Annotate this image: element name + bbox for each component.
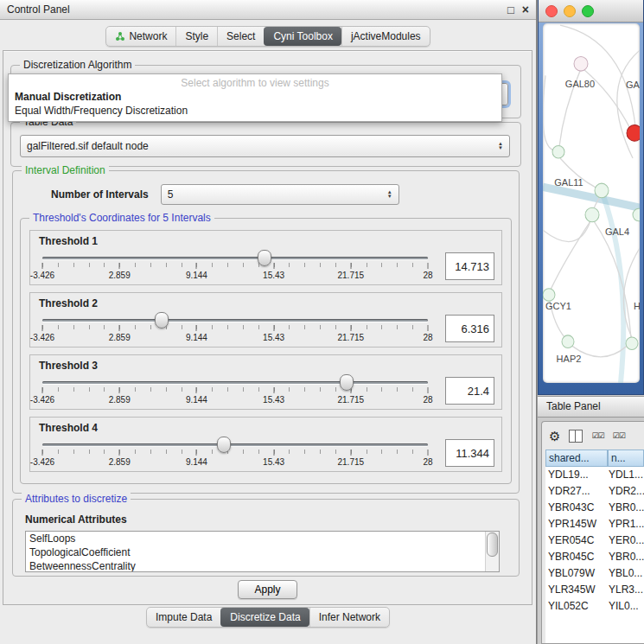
number-of-intervals-row: Number of Intervals 5 ▲▼ — [51, 185, 519, 204]
tab-cyni-toolbox[interactable]: Cyni Toolbox — [264, 27, 341, 46]
scrollbar-thumb[interactable] — [487, 532, 498, 557]
table-row[interactable]: YLR345WYLR3... — [545, 582, 644, 598]
table-cell: YBR0... — [606, 549, 644, 565]
network-node[interactable] — [543, 289, 555, 302]
slider-thumb[interactable] — [217, 437, 231, 453]
table-row[interactable]: YER054CYER0... — [545, 532, 644, 549]
threshold-value-field[interactable]: 11.344 — [445, 439, 494, 467]
slider-tick-label: 15.43 — [263, 271, 284, 280]
slider-track — [42, 319, 428, 322]
slider-major-tick — [119, 387, 120, 393]
slider-tick-label: 9.144 — [186, 457, 207, 467]
threshold-label: Threshold 3 — [39, 360, 494, 372]
threshold-slider[interactable]: -3.4262.8599.14415.4321.71528 — [37, 373, 433, 408]
slider-tick-label: -3.426 — [30, 333, 54, 342]
table-panel-title: Table Panel — [546, 400, 601, 412]
column-header[interactable]: shared... — [545, 450, 608, 467]
network-node[interactable] — [626, 337, 638, 350]
slider-major-tick — [119, 325, 120, 331]
minimize-traffic-light[interactable] — [564, 5, 576, 17]
table-row[interactable]: YBR045CYBR0... — [545, 549, 644, 565]
list-scrollbar[interactable] — [485, 532, 499, 571]
apply-button[interactable]: Apply — [238, 580, 296, 599]
slider-tick-label: 21.715 — [338, 333, 365, 342]
slider-tick-label: -3.426 — [30, 271, 54, 280]
tab-jactivemodules[interactable]: jActiveModules — [341, 27, 430, 46]
tab-impute-data[interactable]: Impute Data — [147, 608, 220, 627]
dropdown-item-equal-width-frequency[interactable]: Equal Width/Frequency Discretization — [9, 104, 501, 118]
node-label: GAL11 — [554, 177, 583, 188]
threshold-slider[interactable]: -3.4262.8599.14415.4321.71528 — [37, 311, 433, 346]
threshold-row: -3.4262.8599.14415.4321.7152811.344 — [37, 434, 494, 472]
table-cell: YDR27... — [545, 483, 606, 500]
number-of-intervals-combobox[interactable]: 5 ▲▼ — [161, 184, 399, 205]
network-node[interactable] — [595, 183, 609, 198]
tab-discretize-data[interactable]: Discretize Data — [220, 608, 309, 627]
control-panel-titlebar: Control Panel □ × — [0, 0, 536, 20]
slider-thumb[interactable] — [155, 312, 169, 328]
slider-major-tick — [350, 325, 351, 331]
network-node[interactable] — [574, 56, 588, 71]
table-data-combobox[interactable]: galFiltered.sif default node ▲▼ — [20, 135, 510, 157]
table-data-group: Table Data galFiltered.sif default node … — [10, 122, 521, 167]
network-node[interactable] — [552, 145, 564, 158]
dropdown-placeholder-item[interactable]: Select algorithm to view settings — [9, 74, 501, 90]
table-panel-header: Table Panel — [538, 396, 644, 418]
column-header[interactable]: n... — [608, 450, 644, 467]
table-row[interactable]: YDR27...YDR2... — [545, 483, 644, 500]
node-label: H — [634, 301, 640, 311]
slider-major-tick — [273, 387, 274, 393]
threshold-panel: Threshold 3-3.4262.8599.14415.4321.71528… — [29, 354, 502, 410]
table-cell: YBR043C — [545, 500, 606, 516]
select-rows-icon[interactable]: ☑☑ — [613, 432, 625, 440]
table-row[interactable]: YPR145WYPR1... — [545, 516, 644, 532]
tab-infer-network[interactable]: Infer Network — [309, 608, 389, 627]
list-item[interactable]: BetweennessCentrality — [26, 559, 499, 572]
float-window-button[interactable]: □ — [507, 4, 514, 16]
dropdown-item-manual-discretization[interactable]: Manual Discretization — [9, 90, 501, 104]
table-cell: YBR045C — [545, 549, 606, 565]
threshold-value-field[interactable]: 6.316 — [445, 315, 494, 342]
columns-icon[interactable] — [569, 430, 583, 443]
slider-major-tick — [42, 450, 43, 456]
slider-ticks — [42, 387, 428, 392]
numerical-attributes-list[interactable]: SelfLoopsTopologicalCoefficientBetweenne… — [25, 531, 500, 572]
table-cell: YDL1... — [606, 467, 644, 483]
network-node[interactable] — [627, 125, 640, 142]
slider-major-tick — [428, 263, 429, 269]
network-node[interactable] — [585, 207, 599, 222]
slider-tick-label: 2.859 — [109, 457, 131, 467]
slider-track — [42, 443, 428, 446]
zoom-traffic-light[interactable] — [582, 5, 594, 17]
network-node[interactable] — [562, 335, 574, 348]
list-item[interactable]: SelfLoops — [26, 532, 499, 545]
list-item[interactable]: TopologicalCoefficient — [26, 545, 499, 559]
close-traffic-light[interactable] — [545, 5, 558, 17]
slider-tick-label: 2.859 — [109, 395, 131, 405]
slider-tick-label: -3.426 — [30, 457, 54, 467]
tab-style[interactable]: Style — [175, 27, 217, 46]
table-row[interactable]: YBL079WYBL0... — [545, 565, 644, 582]
gear-icon[interactable]: ⚙ — [549, 430, 560, 443]
tab-network[interactable]: Network — [106, 27, 175, 46]
slider-tick-label: 21.715 — [338, 457, 365, 467]
select-columns-icon[interactable]: ☑☑ — [591, 432, 603, 440]
slider-tick-label: 2.859 — [109, 271, 131, 280]
close-window-button[interactable]: × — [522, 4, 529, 16]
table-row[interactable]: YDL19...YDL1... — [545, 467, 644, 483]
threshold-value-field[interactable]: 21.4 — [445, 377, 494, 405]
threshold-value-field[interactable]: 14.713 — [445, 252, 494, 280]
table-cell: YBR0... — [606, 500, 644, 516]
network-canvas[interactable]: GAL80GAGAL11GAL4GCY1HHAP2 — [543, 23, 640, 383]
threshold-slider[interactable]: -3.4262.8599.14415.4321.71528 — [37, 436, 433, 470]
table-row[interactable]: YBR043CYBR0... — [545, 500, 644, 516]
attributes-group: Attributes to discretize Numerical Attri… — [12, 499, 520, 577]
tab-select[interactable]: Select — [217, 27, 264, 46]
slider-thumb[interactable] — [340, 374, 354, 391]
threshold-slider[interactable]: -3.4262.8599.14415.4321.71528 — [37, 249, 433, 284]
network-icon — [115, 31, 125, 41]
table-row[interactable]: YIL052CYIL0... — [545, 598, 644, 615]
slider-major-tick — [428, 325, 429, 331]
table-panel-toolbar: ⚙ ☑☑ ☑☑ — [542, 424, 644, 448]
slider-thumb[interactable] — [258, 250, 271, 266]
